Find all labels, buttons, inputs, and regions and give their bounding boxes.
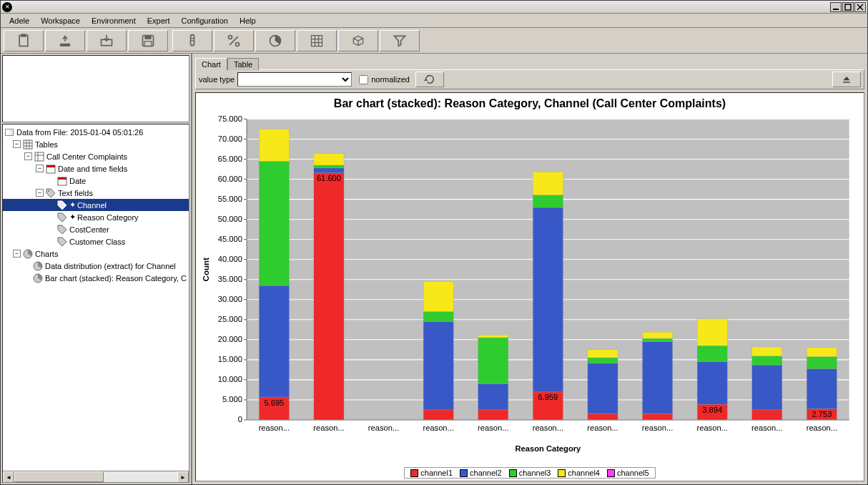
menu-adele[interactable]: Adele [4, 15, 35, 26]
app-icon [2, 2, 12, 12]
svg-rect-92 [259, 129, 289, 162]
menu-expert[interactable]: Expert [142, 15, 176, 26]
menu-workspace[interactable]: Workspace [35, 15, 86, 26]
eject-button[interactable] [832, 72, 861, 87]
svg-text:reason...: reason... [423, 423, 453, 431]
svg-text:30.000: 30.000 [218, 295, 242, 303]
scroll-right-button[interactable]: ► [177, 471, 189, 483]
svg-rect-126 [643, 332, 673, 338]
tree-root[interactable]: Data from File: 2015-01-04 05:01:26 [3, 126, 189, 138]
svg-rect-119 [588, 363, 618, 414]
minimize-button[interactable] [830, 2, 842, 12]
svg-rect-107 [478, 410, 508, 420]
star-icon: ✦ [69, 212, 76, 222]
collapse-icon[interactable]: − [36, 189, 44, 197]
star-icon: ✦ [69, 200, 76, 210]
scroll-left-button[interactable]: ◄ [3, 471, 14, 483]
scroll-thumb[interactable] [14, 471, 104, 482]
tree-dataset[interactable]: −Call Center Complaints [3, 150, 189, 162]
svg-rect-114 [533, 195, 563, 207]
chart-area: Bar chart (stacked): Reason Category, Ch… [195, 92, 864, 481]
save-button[interactable] [87, 30, 127, 52]
svg-rect-108 [478, 383, 508, 409]
grid-icon [23, 139, 33, 150]
tree[interactable]: Data from File: 2015-01-04 05:01:26 −Tab… [3, 124, 189, 285]
menu-configuration[interactable]: Configuration [176, 15, 234, 26]
menu-help[interactable]: Help [234, 15, 262, 26]
svg-text:10.000: 10.000 [218, 375, 242, 383]
svg-text:65.000: 65.000 [218, 155, 242, 163]
legend-item: channel2 [460, 469, 502, 477]
disk-button[interactable] [128, 30, 168, 52]
tree-reason-field[interactable]: ✦Reason Category [3, 211, 189, 223]
filter-button[interactable] [380, 30, 420, 52]
svg-rect-97 [314, 165, 344, 168]
paste-button[interactable] [4, 30, 44, 52]
normalized-checkbox[interactable] [359, 75, 368, 84]
tree-tables[interactable]: −Tables [3, 138, 189, 150]
chart-plot: 05.00010.00015.00020.00025.00030.00035.0… [196, 112, 864, 465]
main: Chart Table value type normalized Bar ch… [192, 54, 867, 484]
svg-text:40.000: 40.000 [218, 255, 242, 263]
tree-date-field[interactable]: Date [3, 175, 189, 187]
svg-text:35.000: 35.000 [218, 275, 242, 283]
maximize-button[interactable] [842, 2, 854, 12]
tab-table[interactable]: Table [227, 58, 259, 70]
percent-button[interactable] [214, 30, 254, 52]
svg-rect-9 [144, 41, 152, 46]
app-window: Adele Workspace Environment Expert Confi… [0, 0, 868, 485]
svg-text:reason...: reason... [533, 423, 563, 431]
collapse-icon[interactable]: − [13, 250, 21, 258]
svg-rect-124 [643, 342, 673, 414]
value-type-label: value type [199, 75, 235, 84]
svg-rect-113 [533, 207, 563, 392]
pie-icon [23, 249, 33, 259]
pie-icon [33, 261, 43, 271]
close-button[interactable] [854, 2, 866, 12]
tree-datetime-group[interactable]: −Date and time fields [3, 162, 189, 175]
tree-custclass-field[interactable]: Customer Class [3, 235, 189, 248]
svg-text:reason...: reason... [642, 423, 673, 431]
grid-button[interactable] [297, 30, 337, 52]
svg-text:reason...: reason... [368, 423, 399, 431]
svg-text:Reason Category: Reason Category [515, 444, 581, 453]
cube-button[interactable] [338, 30, 378, 52]
svg-text:50.000: 50.000 [218, 215, 242, 223]
collapse-icon[interactable]: − [36, 165, 44, 172]
svg-text:20.000: 20.000 [218, 335, 242, 343]
svg-rect-95 [314, 173, 344, 420]
collapse-icon[interactable]: − [13, 140, 21, 148]
menu-environment[interactable]: Environment [86, 15, 142, 26]
collapse-icon[interactable]: − [24, 152, 32, 160]
tree-tables-label: Tables [35, 140, 58, 149]
export-button[interactable] [45, 30, 85, 52]
svg-text:reason...: reason... [807, 423, 837, 431]
legend-item: channel5 [607, 469, 649, 477]
svg-rect-102 [423, 410, 453, 420]
svg-rect-135 [752, 365, 782, 410]
legend-swatch [410, 469, 418, 477]
tube-button[interactable] [172, 30, 212, 52]
menubar: Adele Workspace Environment Expert Confi… [1, 14, 867, 28]
svg-rect-134 [752, 410, 782, 420]
tree-chart1[interactable]: Data distribution (extract) for Channel [3, 260, 189, 272]
pie-button[interactable] [255, 30, 295, 52]
tag-icon [46, 188, 56, 198]
legend-swatch [460, 469, 468, 477]
tab-chart[interactable]: Chart [195, 58, 227, 70]
svg-text:reason...: reason... [696, 423, 727, 431]
tree-channel-field[interactable]: ✦Channel [3, 199, 189, 211]
svg-rect-130 [697, 346, 727, 361]
tree-text-group[interactable]: −Text fields [3, 187, 189, 199]
toolbar [1, 28, 867, 54]
svg-rect-141 [807, 357, 837, 369]
svg-rect-18 [6, 129, 9, 135]
tree-costcenter-field[interactable]: CostCenter [3, 223, 189, 235]
tree-h-scrollbar[interactable]: ◄ ► [3, 471, 189, 482]
tree-chart2[interactable]: Bar chart (stacked): Reason Category, C [3, 272, 189, 284]
value-type-select[interactable] [237, 72, 352, 87]
tree-reason-label: Reason Category [77, 213, 139, 222]
tree-charts[interactable]: −Charts [3, 248, 189, 260]
refresh-button[interactable] [415, 72, 444, 87]
svg-text:55.000: 55.000 [218, 195, 242, 203]
